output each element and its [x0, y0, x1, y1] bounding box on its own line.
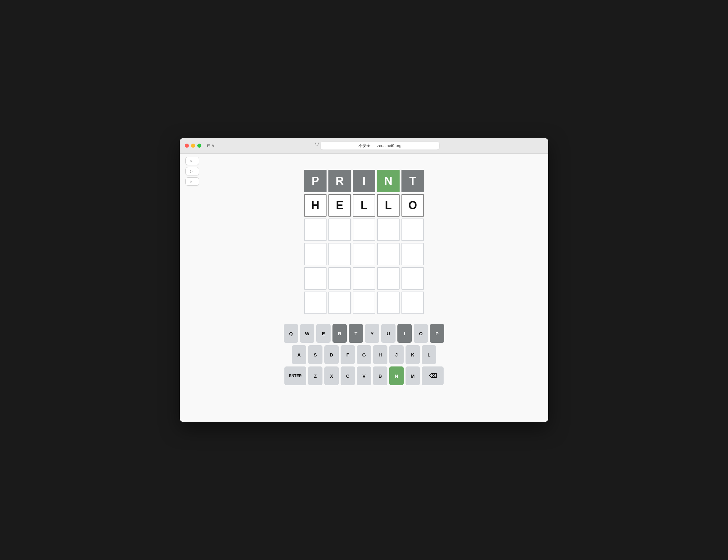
grid-cell: I	[353, 170, 375, 192]
grid-cell	[401, 219, 424, 241]
grid-cell	[401, 267, 424, 290]
grid-cell: L	[353, 194, 375, 217]
grid-cell: L	[377, 194, 400, 217]
url-input[interactable]	[321, 142, 439, 150]
key-m[interactable]: M	[406, 366, 420, 385]
key-i[interactable]: I	[397, 324, 412, 343]
key-c[interactable]: C	[341, 366, 355, 385]
grid-cell	[401, 292, 424, 314]
sidebar-icon: ⊟	[207, 143, 210, 148]
traffic-lights	[185, 144, 201, 148]
reload-button[interactable]	[441, 142, 444, 150]
grid-cell: H	[304, 194, 327, 217]
key-q[interactable]: Q	[284, 324, 298, 343]
key-t[interactable]: T	[349, 324, 363, 343]
key-e[interactable]: E	[316, 324, 331, 343]
key-j[interactable]: J	[389, 345, 404, 364]
settings-button[interactable]: ▷	[185, 157, 199, 165]
key-u[interactable]: U	[381, 324, 396, 343]
grid-cell: T	[401, 170, 424, 192]
keyboard: QWERTYUIOPASDFGHJKLENTERZXCVBNM⌫	[284, 324, 444, 385]
triangle-icon: ▷	[190, 180, 193, 183]
grid-cell	[304, 243, 327, 265]
key-b[interactable]: B	[373, 366, 387, 385]
definition-button[interactable]: ▷	[185, 177, 199, 186]
grid-cell	[353, 292, 375, 314]
grid-cell: R	[328, 170, 351, 192]
grid-cell: N	[377, 170, 400, 192]
key-z[interactable]: Z	[308, 366, 322, 385]
grid-cell	[328, 292, 351, 314]
browser-right-controls	[529, 145, 543, 147]
key-s[interactable]: S	[308, 345, 322, 364]
key-n[interactable]: N	[389, 366, 404, 385]
key-g[interactable]: G	[357, 345, 371, 364]
key-h[interactable]: H	[373, 345, 387, 364]
minimize-button[interactable]	[191, 144, 195, 148]
grid-cell	[401, 243, 424, 265]
grid-cell	[377, 267, 400, 290]
grid-cell	[328, 243, 351, 265]
new-tab-button[interactable]	[534, 145, 538, 147]
grid-cell	[377, 243, 400, 265]
triangle-icon: ▷	[190, 159, 193, 163]
forward-button[interactable]	[227, 145, 230, 147]
keyboard-row: ASDFGHJKL	[292, 345, 436, 364]
grid-cell	[377, 292, 400, 314]
grid-cell	[353, 243, 375, 265]
key-x[interactable]: X	[324, 366, 339, 385]
sidebar-panel: ▷ ▷ ▷	[185, 157, 199, 186]
key-k[interactable]: K	[406, 345, 420, 364]
browser-chrome: ⊟ ∨ 🛡	[180, 138, 548, 154]
keyboard-row: QWERTYUIOP	[284, 324, 444, 343]
statistics-button[interactable]: ▷	[185, 167, 199, 175]
grid-cell: E	[328, 194, 351, 217]
tabs-button[interactable]	[540, 145, 543, 147]
key-a[interactable]: A	[292, 345, 306, 364]
browser-window: ⊟ ∨ 🛡 ▷ ▷ ▷	[180, 138, 548, 422]
key-w[interactable]: W	[300, 324, 314, 343]
key-l[interactable]: L	[422, 345, 436, 364]
grid-cell	[304, 219, 327, 241]
grid-cell	[304, 292, 327, 314]
page-content: ▷ ▷ ▷ PRINTHELLO QWERTYUIOPASDFGHJKLENTE…	[180, 154, 548, 422]
grid-cell	[353, 219, 375, 241]
share-button[interactable]	[529, 145, 532, 147]
close-button[interactable]	[185, 144, 189, 148]
key-y[interactable]: Y	[365, 324, 379, 343]
grid-cell	[304, 267, 327, 290]
key-r[interactable]: R	[332, 324, 347, 343]
grid-cell: P	[304, 170, 327, 192]
grid-cell	[328, 219, 351, 241]
key-delete[interactable]: ⌫	[422, 366, 444, 385]
key-f[interactable]: F	[341, 345, 355, 364]
keyboard-row: ENTERZXCVBNM⌫	[284, 366, 444, 385]
game-area: PRINTHELLO QWERTYUIOPASDFGHJKLENTERZXCVB…	[284, 170, 444, 385]
back-button[interactable]	[220, 145, 224, 147]
grid-cell	[328, 267, 351, 290]
sidebar-chevron: ∨	[212, 143, 215, 148]
sidebar-toggle-button[interactable]: ⊟ ∨	[205, 142, 217, 149]
triangle-icon: ▷	[190, 169, 193, 173]
key-v[interactable]: V	[357, 366, 371, 385]
grid-cell: O	[401, 194, 424, 217]
key-p[interactable]: P	[430, 324, 444, 343]
game-grid: PRINTHELLO	[304, 170, 424, 314]
grid-cell	[353, 267, 375, 290]
grid-cell	[377, 219, 400, 241]
address-bar: 🛡	[234, 142, 525, 150]
key-d[interactable]: D	[324, 345, 339, 364]
key-enter[interactable]: ENTER	[284, 366, 306, 385]
key-o[interactable]: O	[414, 324, 428, 343]
maximize-button[interactable]	[197, 144, 201, 148]
shield-icon: 🛡	[315, 142, 319, 150]
